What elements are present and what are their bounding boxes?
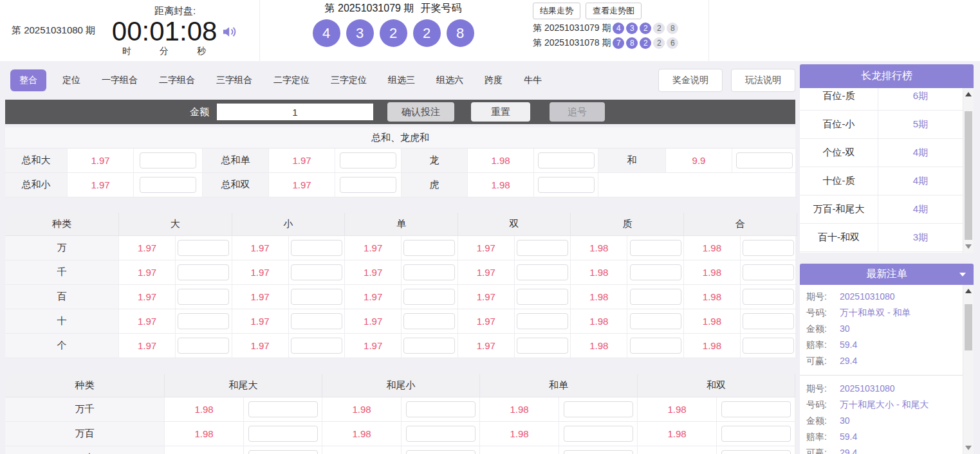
bet-amount-input[interactable] [721, 401, 791, 417]
dragon-scrollbar[interactable] [963, 88, 974, 253]
bet-amount-input[interactable] [630, 264, 681, 280]
bet-amount-input[interactable] [178, 289, 229, 305]
play-tab[interactable]: 二字组合 [159, 75, 195, 86]
empty-cell [598, 173, 797, 197]
play-tab[interactable]: 一字组合 [102, 75, 138, 86]
odds-value: 1.98 [480, 422, 559, 446]
bet-amount-input[interactable] [517, 313, 568, 329]
bet-amount-input[interactable] [630, 240, 681, 256]
bet-amount-input[interactable] [178, 313, 229, 329]
bet-amount-input[interactable] [564, 401, 633, 417]
bet-amount-input[interactable] [743, 264, 794, 280]
play-tab[interactable]: 定位 [62, 75, 80, 86]
bet-amount-input[interactable] [178, 264, 229, 280]
bet-amount-input[interactable] [291, 264, 342, 280]
scroll-thumb[interactable] [965, 304, 972, 350]
field-value: 万十和尾大小 - 和尾大 [840, 397, 929, 412]
bet-amount-input[interactable] [630, 313, 681, 329]
result-trend-button[interactable]: 结果走势 [533, 3, 580, 19]
play-help-button[interactable]: 玩法说明 [731, 69, 795, 92]
bet-amount-input[interactable] [248, 426, 318, 442]
bet-amount-input[interactable] [743, 313, 794, 329]
bet-amount-input[interactable] [721, 426, 791, 442]
bet-amount-input[interactable] [721, 450, 791, 454]
scroll-up-button[interactable] [963, 286, 974, 296]
scroll-up-button[interactable] [963, 89, 974, 99]
bet-amount-input[interactable] [517, 264, 568, 280]
play-tab[interactable]: 三字组合 [216, 75, 252, 86]
dragon-row: 百十-和双3期 [800, 224, 963, 252]
bet-input-cell [741, 285, 797, 309]
scroll-down-button[interactable] [963, 443, 974, 453]
bet-amount-input[interactable] [517, 240, 568, 256]
bet-amount-input[interactable] [538, 152, 595, 168]
play-tab[interactable]: 组选三 [388, 75, 415, 86]
bet-amount-input[interactable] [403, 313, 455, 329]
bet-amount-input[interactable] [517, 338, 568, 354]
history-period-label: 第 20251031078 期 [533, 37, 611, 49]
play-tab[interactable]: 二字定位 [273, 75, 310, 86]
play-tab[interactable]: 牛牛 [524, 75, 542, 86]
bet-amount-input[interactable] [517, 289, 568, 305]
prize-help-button[interactable]: 奖金说明 [658, 69, 723, 92]
bet-amount-input[interactable] [743, 240, 794, 256]
bet-amount-input[interactable] [403, 338, 455, 354]
history-ball: 3 [626, 23, 638, 34]
bet-amount-input[interactable] [291, 338, 342, 354]
scroll-thumb[interactable] [965, 111, 972, 240]
bet-input-cell [627, 236, 684, 260]
speaker-icon[interactable] [221, 23, 238, 41]
bet-amount-input[interactable] [564, 426, 633, 442]
bet-amount-input[interactable] [291, 240, 342, 256]
latest-scrollbar[interactable] [963, 285, 974, 454]
column-header: 质 [571, 213, 684, 236]
bet-input-cell [741, 260, 797, 285]
bet-amount-input[interactable] [178, 240, 229, 256]
bet-amount-input[interactable] [140, 152, 196, 168]
bet-amount-input[interactable] [406, 426, 476, 442]
history-period-label: 第 20251031079 期 [533, 23, 611, 34]
odds-value: 1.97 [119, 309, 176, 334]
bet-amount-input[interactable] [743, 289, 794, 305]
bet-amount-input[interactable] [291, 289, 342, 305]
bet-amount-input[interactable] [406, 450, 476, 454]
bet-amount-input[interactable] [248, 450, 318, 454]
bet-amount-input[interactable] [340, 152, 396, 168]
odds-value: 1.97 [345, 260, 402, 285]
bet-amount-input[interactable] [178, 338, 229, 354]
bet-amount-input[interactable] [630, 338, 681, 354]
bet-amount-input[interactable] [743, 338, 794, 354]
scroll-down-button[interactable] [963, 242, 974, 251]
odds-value: 1.98 [165, 422, 244, 446]
content: 整合定位一字组合二字组合三字组合二字定位三字定位组选三组选六跨度牛牛 奖金说明 … [0, 61, 980, 454]
play-tab[interactable]: 整合 [10, 69, 46, 91]
bet-amount-input[interactable] [736, 152, 793, 168]
bet-amount-input[interactable] [340, 177, 396, 193]
chase-number-button[interactable]: 追号 [550, 102, 605, 122]
draw-result-section: 第 20251031079 期开奖号码 43228 [260, 0, 526, 61]
play-tab[interactable]: 三字定位 [331, 75, 367, 86]
dragon-type-label: 百十-和双 [800, 224, 878, 251]
column-header: 和单 [480, 374, 638, 397]
odds-value: 1.97 [232, 260, 289, 285]
bet-amount-input[interactable] [403, 240, 455, 256]
bet-amount-input[interactable] [564, 450, 633, 454]
bet-amount-input[interactable] [630, 289, 681, 305]
bet-amount-input[interactable] [140, 177, 196, 193]
bet-amount-input[interactable] [291, 313, 342, 329]
bet-amount-input[interactable] [406, 401, 476, 417]
play-tab[interactable]: 组选六 [436, 75, 463, 86]
reset-button[interactable]: 重置 [471, 102, 530, 122]
bet-amount-input[interactable] [248, 401, 318, 417]
view-chart-button[interactable]: 查看走势图 [586, 3, 642, 19]
play-tab[interactable]: 跨度 [485, 75, 503, 86]
dragon-streak-count: 4期 [878, 167, 963, 195]
collapse-caret-icon[interactable] [959, 273, 966, 277]
odds-value: 1.97 [232, 334, 289, 358]
confirm-bet-button[interactable]: 确认投注 [387, 102, 454, 122]
bet-amount-input[interactable] [403, 289, 455, 305]
bet-amount-input[interactable] [538, 177, 595, 193]
bet-amount-input[interactable] [403, 264, 455, 280]
countdown-timer: 00:01:08 [112, 17, 217, 46]
amount-input[interactable] [217, 104, 373, 120]
